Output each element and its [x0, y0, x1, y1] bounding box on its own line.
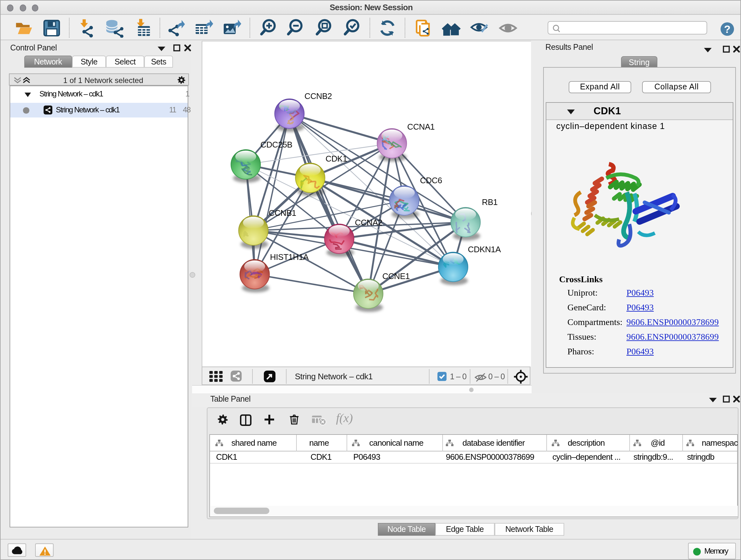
svg-text:HIST1H1A: HIST1H1A [270, 252, 309, 261]
svg-text:RB1: RB1 [482, 197, 497, 206]
svg-text:CDC25B: CDC25B [260, 139, 292, 149]
svg-text:CDC6: CDC6 [420, 175, 442, 185]
svg-text:CCNB2: CCNB2 [304, 91, 332, 101]
svg-text:CCNB1: CCNB1 [268, 208, 296, 217]
svg-text:CCNE1: CCNE1 [382, 271, 409, 281]
svg-text:CCNA2: CCNA2 [354, 217, 382, 227]
svg-text:CCNA1: CCNA1 [407, 122, 434, 131]
svg-text:CDK1: CDK1 [325, 153, 347, 163]
svg-text:?: ? [724, 23, 731, 35]
svg-text:CDKN1A: CDKN1A [468, 244, 501, 254]
